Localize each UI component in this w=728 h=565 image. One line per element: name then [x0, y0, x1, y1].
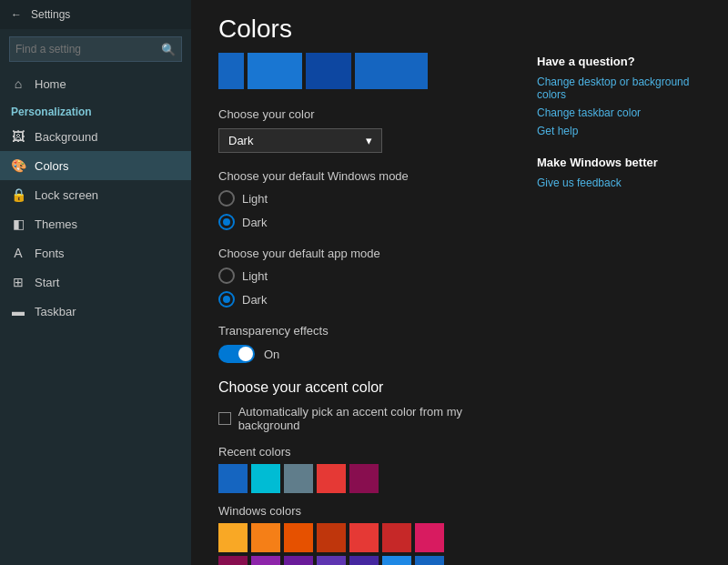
transparency-toggle[interactable] — [218, 345, 255, 363]
windows-swatch-4[interactable] — [349, 523, 379, 552]
auto-pick-checkbox[interactable] — [218, 412, 231, 425]
windows-swatch-12[interactable] — [382, 556, 411, 565]
app-radio-label-light: Light — [242, 269, 268, 283]
app-mode-section: Choose your default app mode Light Dark — [218, 247, 519, 308]
sidebar-item-colors[interactable]: 🎨 Colors — [0, 151, 191, 180]
main-content: Colors Choose your color Dark ▾ Choose y… — [191, 0, 728, 565]
radio-label-dark: Dark — [242, 216, 267, 229]
recent-swatch-4[interactable] — [349, 464, 379, 493]
dropdown-value: Dark — [228, 134, 253, 147]
section-label: Personalization — [0, 98, 191, 122]
sidebar-item-label: Home — [35, 77, 66, 91]
windows-colors-label: Windows colors — [218, 504, 519, 518]
help-link-0[interactable]: Change desktop or background colors — [537, 76, 701, 101]
colors-icon: 🎨 — [11, 158, 25, 173]
preview-block-1 — [218, 53, 244, 89]
have-question-label: Have a question? — [537, 55, 701, 68]
sidebar-item-fonts[interactable]: A Fonts — [0, 238, 191, 267]
background-icon: 🖼 — [11, 129, 25, 144]
app-mode-light[interactable]: Light — [218, 267, 519, 284]
windows-swatch-9[interactable] — [284, 556, 313, 565]
recent-swatch-2[interactable] — [284, 464, 313, 493]
app-radio-circle-dark — [218, 291, 235, 308]
windows-swatch-10[interactable] — [317, 556, 346, 565]
sidebar-item-lock-screen[interactable]: 🔒 Lock screen — [0, 180, 191, 209]
windows-mode-dark[interactable]: Dark — [218, 214, 519, 230]
sidebar-item-label: Lock screen — [35, 188, 98, 202]
app-mode-dark[interactable]: Dark — [218, 291, 519, 308]
auto-pick-label: Automatically pick an accent color from … — [238, 405, 519, 432]
lock-icon: 🔒 — [11, 187, 25, 202]
home-icon: ⌂ — [11, 76, 25, 91]
choose-color-label: Choose your color — [218, 107, 519, 121]
preview-block-2 — [248, 53, 302, 89]
windows-swatch-11[interactable] — [349, 556, 379, 565]
help-link-1[interactable]: Change taskbar color — [537, 106, 701, 119]
windows-mode-light[interactable]: Light — [218, 190, 519, 207]
start-icon: ⊞ — [11, 275, 25, 289]
recent-colors-swatches — [218, 464, 519, 493]
right-panel: Have a question? Change desktop or backg… — [519, 0, 701, 547]
accent-title: Choose your accent color — [218, 379, 519, 396]
fonts-icon: A — [11, 246, 25, 260]
app-title: Settings — [31, 8, 70, 21]
recent-swatch-3[interactable] — [317, 464, 346, 493]
app-radio-circle-light — [218, 267, 235, 284]
sidebar-item-background[interactable]: 🖼 Background — [0, 122, 191, 151]
windows-swatch-8[interactable] — [251, 556, 280, 565]
windows-colors-swatches — [218, 523, 473, 565]
windows-swatch-0[interactable] — [218, 523, 248, 552]
sidebar-item-start[interactable]: ⊞ Start — [0, 267, 191, 297]
content-area: Colors Choose your color Dark ▾ Choose y… — [218, 0, 519, 547]
search-input[interactable] — [15, 43, 161, 55]
color-dropdown[interactable]: Dark ▾ — [218, 128, 382, 153]
back-button[interactable]: ← — [11, 8, 22, 21]
windows-mode-radio-group: Light Dark — [218, 190, 519, 230]
transparency-label: Transparency effects — [218, 324, 519, 338]
page-title: Colors — [218, 0, 519, 53]
recent-swatch-0[interactable] — [218, 464, 248, 493]
windows-swatch-2[interactable] — [284, 523, 313, 552]
preview-block-3 — [306, 53, 351, 89]
radio-label-light: Light — [242, 192, 268, 206]
windows-swatch-1[interactable] — [251, 523, 280, 552]
make-better-label: Make Windows better — [537, 156, 701, 169]
transparency-toggle-row: On — [218, 345, 519, 363]
chevron-down-icon: ▾ — [366, 134, 372, 147]
sidebar-item-taskbar[interactable]: ▬ Taskbar — [0, 297, 191, 326]
taskbar-icon: ▬ — [11, 304, 25, 318]
windows-swatch-7[interactable] — [218, 556, 248, 565]
titlebar: ← Settings — [0, 0, 191, 29]
feedback-link[interactable]: Give us feedback — [537, 177, 701, 189]
windows-swatch-6[interactable] — [415, 523, 444, 552]
app-mode-label: Choose your default app mode — [218, 247, 519, 260]
transparency-section: Transparency effects On — [218, 324, 519, 363]
sidebar-item-label: Fonts — [35, 247, 65, 260]
sidebar-item-label: Themes — [35, 217, 77, 231]
app-mode-radio-group: Light Dark — [218, 267, 519, 308]
auto-pick-row[interactable]: Automatically pick an accent color from … — [218, 405, 519, 432]
themes-icon: ◧ — [11, 217, 25, 231]
radio-circle-light — [218, 190, 235, 207]
windows-swatch-5[interactable] — [382, 523, 411, 552]
search-icon: 🔍 — [161, 43, 176, 56]
sidebar-item-themes[interactable]: ◧ Themes — [0, 209, 191, 238]
recent-swatch-1[interactable] — [251, 464, 280, 493]
sidebar-item-home[interactable]: ⌂ Home — [0, 69, 191, 98]
color-picker-section: Choose your color Dark ▾ — [218, 107, 519, 153]
sidebar-item-label: Taskbar — [35, 305, 76, 318]
sidebar-item-label: Start — [35, 276, 59, 289]
transparency-toggle-label: On — [264, 348, 279, 361]
windows-mode-label: Choose your default Windows mode — [218, 169, 519, 183]
sidebar-item-label: Colors — [35, 159, 69, 173]
windows-swatch-3[interactable] — [317, 523, 346, 552]
windows-mode-section: Choose your default Windows mode Light D… — [218, 169, 519, 230]
preview-block-4 — [355, 53, 428, 89]
help-link-2[interactable]: Get help — [537, 125, 701, 137]
recent-colors-label: Recent colors — [218, 445, 519, 459]
radio-circle-dark — [218, 214, 235, 230]
search-box[interactable]: 🔍 — [9, 36, 182, 62]
windows-swatch-13[interactable] — [415, 556, 444, 565]
accent-color-section: Choose your accent color Automatically p… — [218, 379, 519, 565]
sidebar: ← Settings 🔍 ⌂ Home Personalization 🖼 Ba… — [0, 0, 191, 565]
